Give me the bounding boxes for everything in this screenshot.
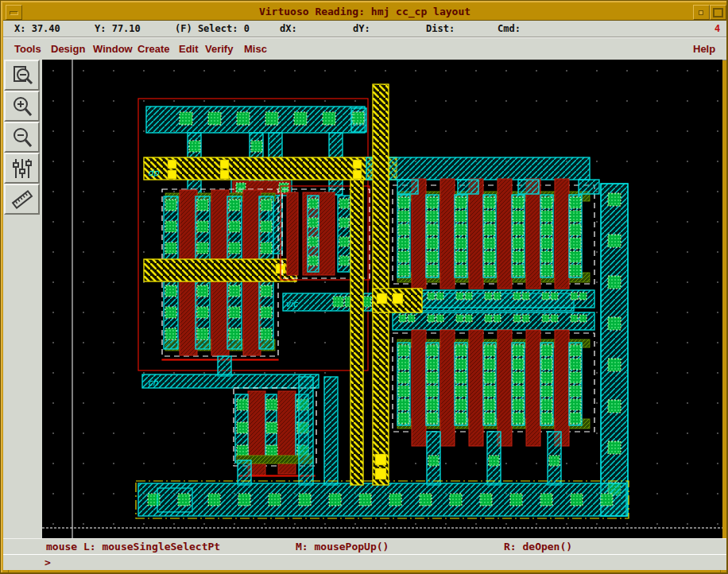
menu-window[interactable]: Window <box>93 43 133 55</box>
window-title: Virtuoso Reading: hmj cc_cp layout <box>3 6 726 17</box>
layer-sliders-icon <box>10 157 34 180</box>
ruler-button[interactable] <box>4 184 40 215</box>
layout-drawing: dpvicch <box>42 60 722 538</box>
tool-palette <box>3 60 42 568</box>
mouse-left-binding: mouse L: mouseSingleSelectPt <box>46 541 220 553</box>
maximize-button[interactable] <box>710 5 726 20</box>
menu-edit[interactable]: Edit <box>179 43 199 55</box>
zoom-in-icon <box>10 95 34 118</box>
status-select: (F) Select: 0 <box>175 23 250 34</box>
zoom-fit-icon <box>10 64 34 87</box>
layout-canvas[interactable]: dpvicch <box>42 60 722 538</box>
virtuoso-window: Virtuoso Reading: hmj cc_cp layout X: 37… <box>0 0 728 574</box>
menu-verify[interactable]: Verify <box>205 43 233 55</box>
status-x: X: 37.40 <box>14 23 60 34</box>
mouse-right-binding: R: deOpen() <box>504 541 572 553</box>
zoom-fit-button[interactable] <box>4 60 40 91</box>
menu-misc[interactable]: Misc <box>244 43 267 55</box>
svg-text:vic: vic <box>285 299 299 309</box>
mouse-bindings-bar: mouse L: mouseSingleSelectPt M: mousePop… <box>3 538 726 555</box>
svg-text:ch: ch <box>148 378 159 388</box>
zoom-in-button[interactable] <box>4 91 40 122</box>
zoom-out-icon <box>10 126 34 149</box>
frame-highlight <box>1 1 728 2</box>
status-cmd: Cmd: <box>498 23 521 34</box>
zoom-out-button[interactable] <box>4 122 40 153</box>
menu-tools[interactable]: Tools <box>14 43 41 55</box>
prompt-symbol: > <box>45 557 51 568</box>
status-dist: Dist: <box>426 23 455 34</box>
menu-design[interactable]: Design <box>51 43 85 55</box>
layer-sliders-button[interactable] <box>4 153 40 184</box>
status-dx: dX: <box>280 23 297 34</box>
title-bar[interactable]: Virtuoso Reading: hmj cc_cp layout <box>3 3 726 21</box>
command-prompt-row[interactable]: > <box>3 554 726 570</box>
layout-shapes <box>136 84 629 518</box>
status-dy: dY: <box>353 23 370 34</box>
menu-help[interactable]: Help <box>693 43 715 55</box>
status-bar: X: 37.40 Y: 77.10 (F) Select: 0 dX: dY: … <box>3 21 726 37</box>
page-indicator: 4 <box>714 23 720 34</box>
frame-left <box>1 1 2 574</box>
menu-bar: Tools Design Window Create Edit Verify M… <box>3 37 726 60</box>
status-y: Y: 77.10 <box>95 23 141 34</box>
ruler-icon <box>10 188 34 211</box>
menu-create[interactable]: Create <box>137 43 169 55</box>
svg-text:dp: dp <box>148 168 160 178</box>
mouse-middle-binding: M: mousePopUp() <box>296 541 389 553</box>
iconify-button[interactable] <box>693 5 710 20</box>
